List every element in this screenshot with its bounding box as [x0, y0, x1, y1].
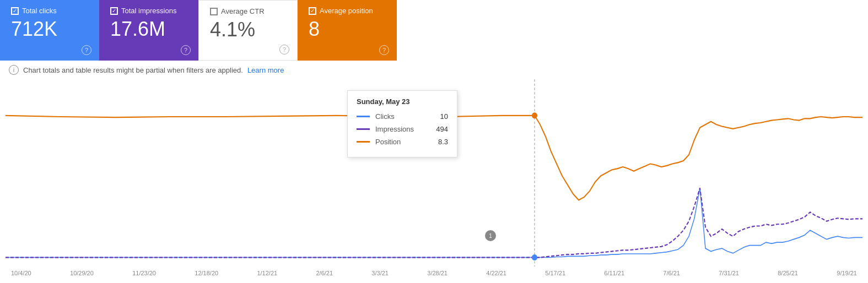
total-clicks-checkbox[interactable]: ✓ — [11, 7, 19, 15]
tooltip-box: Sunday, May 23 Clicks 10 Impressions 494… — [347, 90, 457, 157]
total-impressions-help-icon[interactable]: ? — [181, 45, 191, 55]
info-bar: i Chart totals and table results might b… — [0, 61, 868, 79]
tooltip-clicks-value: 10 — [440, 112, 448, 121]
tooltip-date: Sunday, May 23 — [357, 97, 448, 106]
clicks-line — [6, 188, 862, 257]
total-impressions-label: ✓ Total impressions — [110, 7, 187, 15]
chart-area: Sunday, May 23 Clicks 10 Impressions 494… — [6, 79, 862, 266]
x-axis: 10/4/20 10/29/20 11/23/20 12/18/20 1/12/… — [0, 266, 868, 276]
total-impressions-value: 17.6M — [110, 19, 187, 39]
average-position-checkbox[interactable]: ✓ — [309, 7, 316, 15]
average-ctr-value: 4.1% — [210, 20, 286, 40]
metrics-bar: ✓ Total clicks 712K ? ✓ Total impression… — [0, 0, 868, 61]
tooltip-impressions-value: 494 — [436, 125, 448, 133]
average-ctr-label: Average CTR — [210, 7, 286, 15]
tooltip-position-label: Position — [375, 138, 429, 146]
x-label-5: 2/6/21 — [316, 270, 333, 276]
average-position-label: ✓ Average position — [309, 7, 386, 15]
x-label-7: 3/28/21 — [427, 270, 448, 276]
x-label-9: 5/17/21 — [545, 270, 565, 276]
tooltip-clicks-line — [357, 116, 370, 117]
circle-badge[interactable]: 1 — [485, 230, 496, 241]
total-impressions-checkbox[interactable]: ✓ — [110, 7, 118, 15]
learn-more-link[interactable]: Learn more — [247, 66, 284, 74]
average-position-value: 8 — [309, 19, 386, 39]
clicks-dot — [532, 254, 537, 260]
x-label-13: 8/25/21 — [778, 270, 798, 276]
position-dot — [532, 112, 537, 118]
total-impressions-card[interactable]: ✓ Total impressions 17.6M ? — [99, 0, 198, 61]
tooltip-clicks-row: Clicks 10 — [357, 112, 448, 121]
impressions-line — [6, 188, 862, 257]
tooltip-impressions-line — [357, 128, 370, 130]
tooltip-impressions-label: Impressions — [375, 125, 427, 133]
total-clicks-label: ✓ Total clicks — [11, 7, 88, 15]
tooltip-position-line — [357, 141, 370, 143]
total-clicks-value: 712K — [11, 19, 88, 39]
average-position-help-icon[interactable]: ? — [379, 45, 389, 55]
x-label-10: 6/11/21 — [604, 270, 624, 276]
x-label-12: 7/31/21 — [719, 270, 739, 276]
x-label-0: 10/4/20 — [11, 270, 31, 276]
tooltip-position-row: Position 8.3 — [357, 138, 448, 146]
average-position-card[interactable]: ✓ Average position 8 ? — [298, 0, 397, 61]
total-clicks-help-icon[interactable]: ? — [82, 45, 91, 55]
x-label-2: 11/23/20 — [132, 270, 156, 276]
average-ctr-checkbox[interactable] — [210, 8, 218, 15]
x-label-3: 12/18/20 — [195, 270, 218, 276]
tooltip-position-value: 8.3 — [438, 138, 448, 146]
x-label-4: 1/12/21 — [257, 270, 277, 276]
average-ctr-card[interactable]: Average CTR 4.1% ? — [198, 0, 298, 61]
tooltip-impressions-row: Impressions 494 — [357, 125, 448, 133]
x-label-11: 7/6/21 — [663, 270, 680, 276]
tooltip-clicks-label: Clicks — [375, 112, 432, 121]
total-clicks-card[interactable]: ✓ Total clicks 712K ? — [0, 0, 99, 61]
x-label-1: 10/29/20 — [70, 270, 94, 276]
x-label-6: 3/3/21 — [371, 270, 389, 276]
info-icon: i — [9, 65, 19, 75]
x-label-8: 4/22/21 — [486, 270, 506, 276]
x-label-14: 9/19/21 — [837, 270, 857, 276]
average-ctr-help-icon[interactable]: ? — [279, 45, 289, 55]
